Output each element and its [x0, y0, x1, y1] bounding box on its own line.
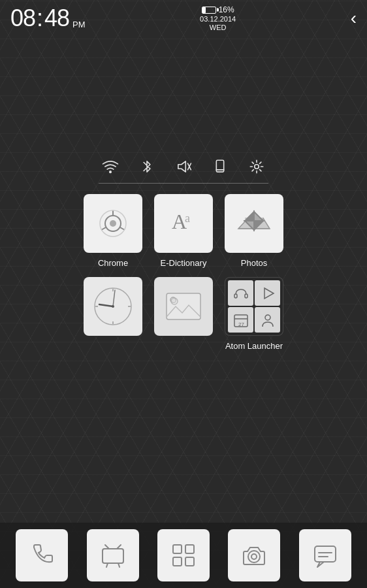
app-gallery[interactable]	[154, 277, 213, 351]
svg-line-21	[113, 290, 115, 306]
svg-point-0	[110, 171, 111, 172]
clock-widget	[84, 277, 142, 336]
svg-point-30	[172, 299, 176, 303]
folder-mini-headphones	[228, 280, 253, 306]
dock-grid[interactable]	[157, 529, 210, 581]
svg-rect-46	[185, 557, 194, 566]
battery-fill	[202, 7, 206, 13]
photos-icon-bg	[225, 194, 283, 253]
svg-point-6	[255, 165, 259, 169]
gallery-widget	[154, 277, 213, 336]
app-grid: Chrome A a E-Dictionary	[0, 194, 367, 360]
rotate-icon[interactable]	[212, 158, 229, 175]
app-row-1: Chrome A a E-Dictionary	[84, 194, 283, 268]
svg-text:a: a	[185, 212, 190, 225]
app-folder[interactable]: 27 Atom Launcher	[225, 277, 283, 351]
app-chrome[interactable]: Chrome	[84, 194, 142, 268]
mute-icon[interactable]	[175, 158, 192, 175]
app-row-2: 27 Atom Launcher	[84, 277, 283, 351]
date-battery: 16% 03.12.2014 WED	[200, 5, 236, 31]
svg-point-47	[248, 551, 260, 563]
folder-mini-play	[255, 280, 280, 306]
time-display: 08 : 48 PM	[10, 5, 86, 32]
svg-rect-38	[103, 549, 123, 563]
date-text: 03.12.2014	[200, 15, 236, 23]
time-minute: 48	[44, 7, 69, 30]
photos-label: Photos	[241, 258, 267, 268]
svg-marker-33	[264, 288, 274, 299]
svg-point-22	[112, 305, 114, 308]
battery-icon	[202, 7, 216, 14]
time-hour: 08	[10, 7, 35, 30]
dock-tv[interactable]	[87, 529, 139, 581]
svg-marker-1	[178, 161, 185, 172]
settings-icon[interactable]	[248, 158, 265, 175]
svg-line-20	[99, 304, 113, 306]
dictionary-icon-bg: A a	[154, 194, 213, 253]
svg-rect-43	[173, 545, 182, 553]
time-ampm: PM	[72, 20, 86, 29]
folder-icon-bg: 27	[225, 277, 283, 336]
bluetooth-icon[interactable]	[138, 158, 155, 175]
svg-point-48	[251, 554, 257, 559]
quick-settings-bar	[0, 145, 367, 183]
bottom-dock	[0, 523, 367, 588]
folder-mini-person	[255, 307, 280, 333]
app-photos[interactable]: Photos	[225, 194, 283, 268]
app-clock[interactable]	[84, 277, 142, 351]
battery-percent: 16%	[219, 5, 234, 14]
wifi-icon[interactable]	[102, 158, 119, 175]
svg-rect-44	[185, 545, 194, 553]
quick-settings-divider	[99, 183, 268, 184]
folder-mini-calendar: 27	[228, 307, 253, 333]
back-button[interactable]: ‹	[351, 8, 357, 29]
dock-chat[interactable]	[299, 529, 351, 581]
app-edictionary[interactable]: A a E-Dictionary	[154, 194, 213, 268]
chrome-label: Chrome	[98, 258, 128, 268]
svg-point-8	[110, 220, 116, 227]
svg-rect-49	[315, 546, 336, 562]
status-bar: 08 : 48 PM 16% 03.12.2014 WED ‹	[0, 0, 367, 34]
svg-rect-45	[173, 557, 182, 566]
chrome-icon-bg	[84, 194, 142, 253]
dock-camera[interactable]	[228, 529, 280, 581]
svg-text:27: 27	[238, 321, 244, 327]
time-colon: :	[37, 5, 43, 32]
dock-phone[interactable]	[16, 529, 68, 581]
svg-point-37	[265, 315, 270, 320]
edictionary-label: E-Dictionary	[161, 258, 207, 268]
day-text: WED	[210, 24, 227, 31]
battery-row: 16%	[202, 5, 234, 14]
folder-label: Atom Launcher	[225, 341, 283, 351]
